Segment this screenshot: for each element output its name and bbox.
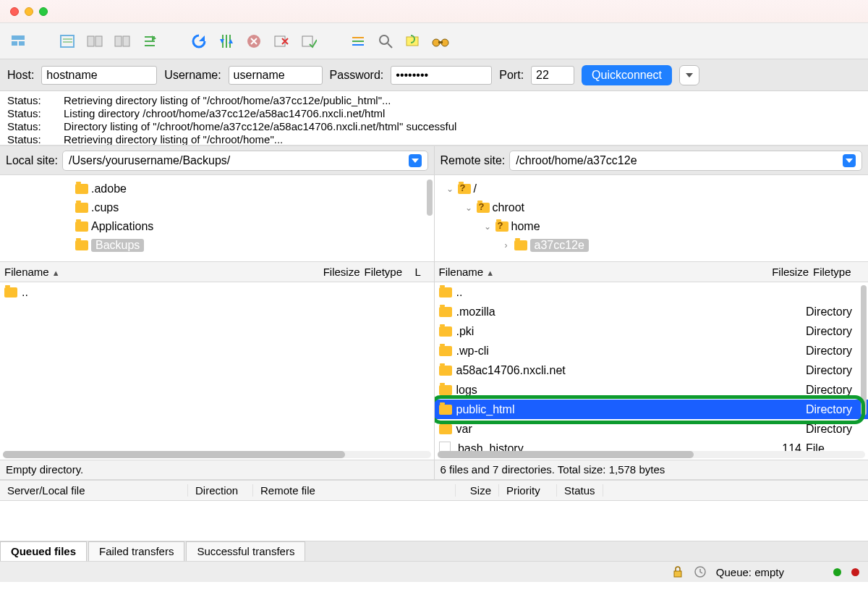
file-filter-icon[interactable] xyxy=(349,32,367,51)
site-manager-icon[interactable] xyxy=(9,32,27,51)
message-log[interactable]: Status:Retrieving directory listing of "… xyxy=(0,91,868,146)
file-type: Directory xyxy=(806,364,864,377)
tree-item[interactable]: ⌄/ xyxy=(438,180,866,198)
qcol-server[interactable]: Server/Local file xyxy=(0,484,188,497)
quickconnect-button[interactable]: Quickconnect xyxy=(582,65,672,85)
compare-icon[interactable] xyxy=(404,32,422,51)
file-type: Directory xyxy=(806,423,864,436)
toggle-local-tree-icon[interactable] xyxy=(85,32,104,51)
window-minimize-button[interactable] xyxy=(25,7,33,16)
tree-item-label: chroot xyxy=(493,201,524,214)
tree-item-label: a37cc12e xyxy=(530,239,589,252)
tree-item-label: Backups xyxy=(91,239,144,252)
file-row[interactable]: .pkiDirectory xyxy=(435,321,869,341)
window-maximize-button[interactable] xyxy=(39,7,48,16)
toggle-log-icon[interactable] xyxy=(58,32,77,51)
search-icon[interactable] xyxy=(376,32,395,51)
file-name: var xyxy=(456,423,472,436)
port-input[interactable] xyxy=(531,66,574,85)
col-filename-remote[interactable]: Filename▲ xyxy=(439,266,763,278)
disclosure-triangle[interactable]: › xyxy=(501,240,511,250)
file-row[interactable]: public_htmlDirectory xyxy=(435,400,869,419)
remote-path-combo[interactable]: /chroot/home/a37cc12e xyxy=(509,151,862,171)
col-filetype[interactable]: Filetype xyxy=(365,266,415,278)
username-input[interactable] xyxy=(229,66,323,85)
local-file-list[interactable]: .. xyxy=(0,282,435,460)
file-row[interactable]: a58ac14706.nxcli.netDirectory xyxy=(435,360,869,380)
queue-body[interactable] xyxy=(0,501,868,541)
lock-icon[interactable] xyxy=(673,566,684,578)
toggle-queue-icon[interactable] xyxy=(140,32,159,51)
scrollbar-vertical[interactable] xyxy=(861,285,867,415)
process-queue-icon[interactable] xyxy=(217,32,236,51)
scrollbar-horizontal[interactable] xyxy=(3,451,431,458)
tree-item[interactable]: ⌄home xyxy=(438,217,866,236)
host-input[interactable] xyxy=(41,66,157,85)
disclosure-triangle[interactable]: ⌄ xyxy=(464,203,474,213)
scrollbar-thumb[interactable] xyxy=(427,180,433,216)
file-row[interactable]: .wp-cliDirectory xyxy=(435,341,869,360)
site-path-bar: Local site: /Users/yourusername/Backups/… xyxy=(0,146,868,175)
remote-tree[interactable]: ⌄/⌄chroot⌄home›a37cc12e xyxy=(435,175,869,261)
svg-line-17 xyxy=(388,43,392,48)
file-row[interactable]: .. xyxy=(0,282,434,302)
quickconnect-history-button[interactable] xyxy=(679,65,699,85)
remote-status-text: 6 files and 7 directories. Total size: 1… xyxy=(435,460,869,479)
col-lastmod-trunc[interactable]: L xyxy=(415,266,430,278)
tab-failed-transfers[interactable]: Failed transfers xyxy=(88,541,184,561)
tree-item[interactable]: Backups xyxy=(3,236,431,255)
scrollbar-horizontal[interactable] xyxy=(438,451,866,458)
tree-item[interactable]: ›a37cc12e xyxy=(438,236,866,255)
disclosure-triangle[interactable]: ⌄ xyxy=(482,221,493,232)
log-text: Listing directory /chroot/home/a37cc12e/… xyxy=(64,107,385,120)
refresh-icon[interactable] xyxy=(190,32,208,51)
window-close-button[interactable] xyxy=(10,7,19,16)
col-filetype-remote[interactable]: Filetype xyxy=(813,266,864,278)
log-text: Retrieving directory listing of "/chroot… xyxy=(64,133,283,146)
binoculars-icon[interactable] xyxy=(431,32,450,51)
tree-item[interactable]: .adobe xyxy=(3,180,431,198)
toggle-remote-tree-icon[interactable] xyxy=(113,32,132,51)
cancel-icon[interactable] xyxy=(244,32,263,51)
remote-file-list[interactable]: ...mozillaDirectory.pkiDirectory.wp-cliD… xyxy=(435,282,869,460)
file-name: logs xyxy=(456,384,477,397)
col-filename[interactable]: Filename▲ xyxy=(4,266,314,278)
folder-icon xyxy=(439,326,452,337)
qcol-status[interactable]: Status xyxy=(557,484,603,497)
qcol-size[interactable]: Size xyxy=(456,484,499,497)
clock-icon[interactable] xyxy=(694,566,706,578)
qcol-priority[interactable]: Priority xyxy=(499,484,557,497)
chevron-down-icon[interactable] xyxy=(409,154,422,167)
tree-item[interactable]: Applications xyxy=(3,217,431,236)
tab-successful-transfers[interactable]: Successful transfers xyxy=(186,541,305,561)
password-input[interactable] xyxy=(391,66,492,85)
local-tree[interactable]: .adobe.cupsApplicationsBackups xyxy=(0,175,435,261)
window-titlebar xyxy=(0,0,868,23)
disconnect-icon[interactable] xyxy=(272,32,291,51)
local-path-combo[interactable]: /Users/yourusername/Backups/ xyxy=(62,151,427,171)
chevron-down-icon[interactable] xyxy=(843,154,856,167)
file-row[interactable]: varDirectory xyxy=(435,419,869,439)
tree-item[interactable]: ⌄chroot xyxy=(438,198,866,217)
qcol-direction[interactable]: Direction xyxy=(188,484,253,497)
file-lists: .. ...mozillaDirectory.pkiDirectory.wp-c… xyxy=(0,282,868,460)
file-name: .. xyxy=(456,286,463,299)
port-label: Port: xyxy=(499,69,524,82)
tree-item[interactable]: .cups xyxy=(3,198,431,217)
file-row[interactable]: .. xyxy=(435,282,869,302)
qcol-remote[interactable]: Remote file xyxy=(253,484,456,497)
svg-rect-6 xyxy=(88,36,94,46)
folder-icon xyxy=(439,385,452,395)
reconnect-icon[interactable] xyxy=(299,32,318,51)
log-label: Status: xyxy=(7,133,51,146)
svg-rect-3 xyxy=(61,35,74,47)
col-filesize[interactable]: Filesize xyxy=(314,266,365,278)
tab-queued-files[interactable]: Queued files xyxy=(0,541,87,561)
svg-rect-0 xyxy=(12,35,25,40)
file-row[interactable]: .mozillaDirectory xyxy=(435,302,869,321)
status-bar: Queue: empty xyxy=(0,562,868,582)
file-name: .. xyxy=(22,286,28,299)
col-filesize-remote[interactable]: Filesize xyxy=(762,266,813,278)
disclosure-triangle[interactable]: ⌄ xyxy=(445,184,455,194)
file-row[interactable]: logsDirectory xyxy=(435,380,869,400)
